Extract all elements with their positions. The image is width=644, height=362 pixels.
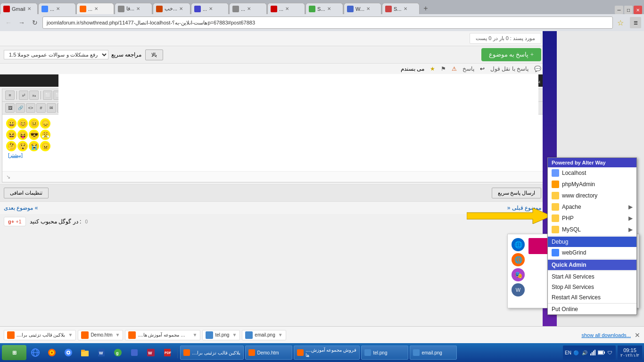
dl-close-3[interactable]: ▼ [193, 332, 198, 337]
wamp-icon[interactable]: W [143, 345, 158, 360]
tab-close-active[interactable]: ✕ [94, 6, 98, 11]
reply-topic-button[interactable]: پاسخ به موضوع + [481, 48, 541, 61]
bookmark-button[interactable]: ☆ [615, 17, 626, 28]
shield-icon[interactable]: 🛡 [606, 349, 614, 356]
tab-7[interactable]: ... ✕ [267, 3, 305, 14]
tab-close-5[interactable]: ✕ [209, 6, 213, 11]
tb2-msg-btn[interactable]: ✉ [47, 103, 56, 113]
smiley-11[interactable]: 😭 [29, 141, 39, 151]
tab-8[interactable]: S... ✕ [305, 3, 343, 14]
forward-button[interactable]: → [16, 17, 27, 28]
reply-link[interactable]: پاسخ [462, 66, 474, 72]
firefox-icon[interactable] [44, 345, 59, 360]
ctx-restart-all[interactable]: Restart All Services [548, 292, 636, 303]
ctx-put-online[interactable]: Put Online [548, 304, 636, 314]
ctx-stop-all[interactable]: Stop All Services [548, 282, 636, 292]
smiley-8[interactable]: 😤 [40, 130, 50, 140]
smiley-3[interactable]: 😐 [29, 118, 39, 129]
close-button[interactable]: ✕ [634, 6, 642, 14]
ctx-debug[interactable]: Debug [548, 237, 636, 247]
ctx-apache[interactable]: Apache ▶ [548, 201, 636, 213]
tab-close-4[interactable]: ✕ [179, 6, 183, 11]
reload-button[interactable]: ↻ [29, 17, 41, 28]
new-tab-button[interactable]: + [420, 3, 431, 14]
dl-close-5[interactable]: ▼ [278, 332, 283, 337]
smiley-9[interactable]: 🤔 [6, 141, 17, 151]
taskbar-task-3[interactable]: ....فروش مجموعه آموزش ها [294, 346, 360, 360]
dl-item-2[interactable]: Demo.htm ▼ [78, 330, 123, 340]
breadcrumb-select[interactable]: رفع مشکلات و سوالات عمومی جوملا 1.5 [4, 50, 108, 59]
tab-9[interactable]: W... ✕ [344, 3, 381, 14]
smiley-2[interactable]: 😊 [17, 118, 28, 129]
tb2-btn2[interactable]: 🔗 [16, 103, 25, 113]
editor-textarea[interactable] [58, 74, 538, 121]
tb2-hash-btn[interactable]: # [36, 103, 46, 113]
ctx-www-directory[interactable]: www directory [548, 190, 636, 201]
minimize-button[interactable]: ─ [615, 6, 623, 14]
dl-item-5[interactable]: email.png ▼ [242, 330, 286, 340]
ctx-mysql[interactable]: MySQL ▶ [548, 224, 636, 235]
tb-subscript-btn[interactable]: x₂ [29, 90, 39, 100]
google-plus-button[interactable]: g+ +1 [4, 217, 26, 226]
tab-6[interactable]: ... ✕ [229, 3, 267, 14]
chrome-icon[interactable] [61, 345, 76, 360]
dl-close-2[interactable]: ▼ [116, 332, 120, 337]
green-icon[interactable]: g [110, 345, 125, 360]
taskbar-task-1[interactable]: ....یلاکین قالب تزئینی برا [180, 346, 244, 360]
tab-close-9[interactable]: ✕ [366, 6, 370, 11]
bluetooth-icon[interactable]: 🔵 [572, 349, 580, 356]
taskbar-task-5[interactable]: email.png [410, 346, 457, 360]
dl-item-1[interactable]: ....یلاکین قالب تزئینی برا ▼ [4, 330, 76, 340]
battery-icon[interactable] [598, 349, 605, 356]
smiley-1[interactable]: 😀 [6, 118, 17, 129]
system-clock[interactable]: 09:15 ۲۰۱۲/۱۱/۲ [618, 346, 642, 360]
tab-close-gmail[interactable]: ✕ [27, 6, 31, 11]
show-all-downloads-link[interactable]: show all downloads... [581, 332, 631, 338]
tab-active[interactable]: ... ✕ [76, 3, 114, 14]
tab-close-8[interactable]: ✕ [327, 6, 331, 11]
ctx-start-all[interactable]: Start All Services [548, 272, 636, 282]
settings-menu-button[interactable]: ☰ [630, 17, 641, 28]
start-button[interactable]: ⊞ [2, 345, 26, 360]
dl-item-3[interactable]: ....فروش مجموعه آموزش ها ▼ [125, 330, 200, 340]
tab-10[interactable]: S... ✕ [382, 3, 420, 14]
volume-icon[interactable]: 🔊 [581, 349, 588, 356]
ctx-quick-admin[interactable]: Quick Admin [548, 260, 636, 270]
address-bar[interactable]: joomlaforum.ir/showthread.php/11477-اتصا… [42, 16, 613, 29]
ie-icon[interactable] [28, 345, 43, 360]
extra-settings-button[interactable]: تنظیمات اضافی [4, 188, 49, 198]
dl-item-4[interactable]: tel.png ▼ [202, 330, 240, 340]
ctx-localhost[interactable]: Localhost [548, 167, 636, 179]
smiley-4[interactable]: 😞 [40, 118, 50, 129]
next-topic-link[interactable]: موضوع بعدی « [4, 205, 38, 211]
smiley-7[interactable]: 😎 [29, 130, 39, 140]
maximize-button[interactable]: □ [624, 6, 633, 14]
smiley-6[interactable]: 😝 [17, 130, 28, 140]
taskbar-task-4[interactable]: tel.png [361, 346, 408, 360]
ctx-phpmyadmin[interactable]: phpMyAdmin [548, 179, 636, 190]
tab-3[interactable]: قا... ✕ [115, 3, 152, 14]
taskbar-task-2[interactable]: Demo.htm [245, 346, 292, 360]
dl-close-4[interactable]: ▼ [232, 332, 237, 337]
ctx-php[interactable]: PHP ▶ [548, 213, 636, 224]
more-smileys-link[interactable]: [بیشتر] [6, 151, 54, 159]
send-quick-reply-button[interactable]: ارسال پاسخ سریع [492, 188, 542, 198]
ctx-webgrind[interactable]: webGrind [548, 247, 636, 258]
tb2-btn1[interactable]: 🖼 [5, 103, 15, 113]
tab-1[interactable]: ... ✕ [38, 3, 76, 14]
tab-gmail[interactable]: Gmail ✕ [0, 3, 38, 14]
tab-close-6[interactable]: ✕ [247, 6, 251, 11]
go-up-button[interactable]: بالا [145, 49, 163, 60]
smiley-5[interactable]: 😆 [6, 130, 17, 140]
tb-align-btn[interactable]: ≡ [5, 90, 15, 100]
tb-superscript-btn[interactable]: x² [19, 90, 28, 100]
word-icon[interactable]: W [94, 345, 109, 360]
smiley-10[interactable]: 😲 [17, 141, 28, 151]
downloads-close-button[interactable]: ✕ [635, 331, 640, 339]
tab-4[interactable]: خب... ✕ [153, 3, 190, 14]
pdf-icon[interactable]: PDF [160, 345, 175, 360]
folder-icon[interactable] [77, 345, 92, 360]
tab-5[interactable]: ... ✕ [191, 3, 229, 14]
quote-link[interactable]: پاسخ با نقل قول [490, 66, 528, 72]
tab-close-7[interactable]: ✕ [285, 6, 289, 11]
